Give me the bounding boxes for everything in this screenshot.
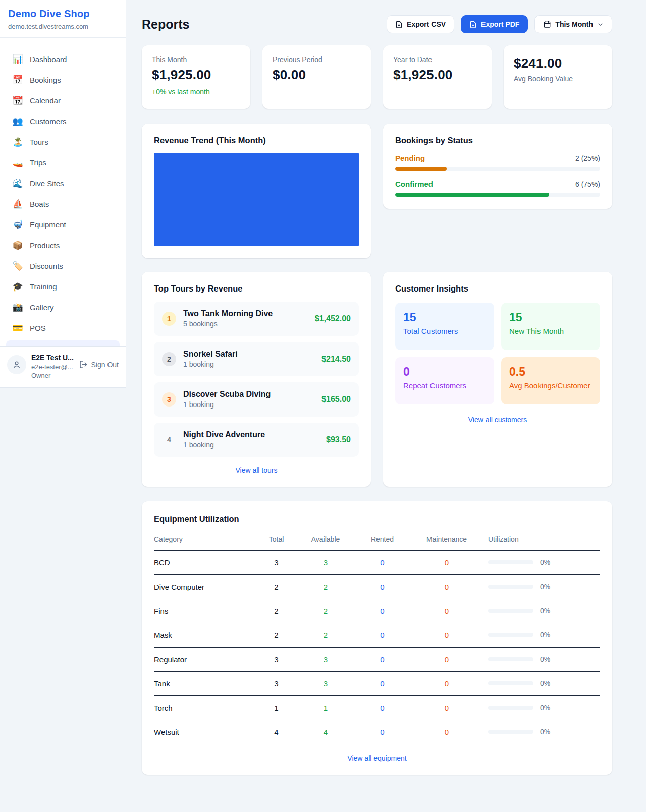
equipment-icon: 🤿 [12,219,23,230]
sidebar-item-products[interactable]: 📦Products [6,235,120,256]
tour-amount: $165.00 [321,395,351,404]
header-actions: Export CSV Export PDF This Month [387,15,612,33]
sidebar-item-pos[interactable]: 💳POS [6,318,120,338]
progress-track [395,193,600,197]
utilization-bar [488,585,533,589]
status-count: 2 (25%) [575,154,600,162]
status-item-pending: Pending 2 (25%) [395,154,600,171]
brand-domain: demo.test.divestreams.com [8,23,118,30]
period-select-button[interactable]: This Month [534,15,612,33]
sidebar-item-dashboard[interactable]: 📊Dashboard [6,49,120,70]
revenue-trend-panel: Revenue Trend (This Month) [142,124,371,258]
top-tours-panel: Top Tours by Revenue 1 Two Tank Morning … [142,272,371,487]
stat-card-avg-booking-value: $241.00 Avg Booking Value [504,45,612,109]
sign-out-button[interactable]: Sign Out [79,360,119,369]
view-all-customers-link[interactable]: View all customers [468,416,527,424]
boats-icon: ⛵ [12,199,23,209]
status-label: Confirmed [395,180,433,188]
sidebar-item-gallery[interactable]: 📸Gallery [6,297,120,318]
main-content: Reports Export CSV Export PDF This Month [126,0,646,805]
calendar-icon: 📆 [12,95,23,106]
pos-icon: 💳 [12,323,23,333]
table-header-row: Category Total Available Rented Maintena… [154,531,600,551]
utilization-bar [488,609,533,613]
file-download-icon [469,21,477,28]
sidebar-item-dive-sites[interactable]: 🌊Dive Sites [6,173,120,194]
utilization-bar [488,681,533,685]
trips-icon: 🚤 [12,157,23,168]
tour-bookings: 1 booking [183,360,238,370]
tour-name: Discover Scuba Diving [183,389,271,400]
tour-row[interactable]: 4 Night Dive Adventure1 booking $93.50 [154,423,359,457]
rank-badge: 2 [162,352,176,366]
bookings-icon: 📅 [12,75,23,85]
customer-insights-panel: Customer Insights 15 Total Customers 15 … [383,272,612,487]
discounts-icon: 🏷️ [12,261,23,271]
logout-icon [79,360,88,369]
view-all-equipment-link[interactable]: View all equipment [347,754,406,762]
status-item-confirmed: Confirmed 6 (75%) [395,180,600,197]
insight-tile-new-this-month: 15 New This Month [501,303,600,350]
status-label: Pending [395,154,425,162]
user-info: E2E Test U... e2e-tester@... Owner [31,353,74,380]
tour-row[interactable]: 1 Two Tank Morning Dive5 bookings $1,452… [154,302,359,336]
equipment-utilization-title: Equipment Utilization [154,514,600,524]
stat-card-this-month: This Month $1,925.00 +0% vs last month [142,45,250,109]
sidebar-item-tours[interactable]: 🏝️Tours [6,132,120,152]
progress-track [395,167,600,171]
tour-name: Snorkel Safari [183,349,238,360]
file-download-icon [395,21,403,28]
table-row: Torch 1 1 0 0 0% [154,695,600,720]
customer-insights-title: Customer Insights [395,284,600,294]
progress-fill [395,167,447,171]
export-csv-button[interactable]: Export CSV [387,15,454,33]
utilization-bar [488,657,533,661]
table-row: Regulator 3 3 0 0 0% [154,647,600,671]
rank-badge: 1 [162,312,176,326]
utilization-bar [488,633,533,637]
sidebar-item-calendar[interactable]: 📆Calendar [6,90,120,111]
brand-name: Demo Dive Shop [8,8,118,20]
sidebar-item-bookings[interactable]: 📅Bookings [6,70,120,90]
table-row: Fins 2 2 0 0 0% [154,599,600,623]
equipment-table: Category Total Available Rented Maintena… [154,531,600,744]
lists-row: Top Tours by Revenue 1 Two Tank Morning … [142,272,612,487]
stat-card-year-to-date: Year to Date $1,925.00 [383,45,492,109]
sidebar-nav: 📊Dashboard 📅Bookings 📆Calendar 👥Customer… [0,38,126,346]
status-count: 6 (75%) [575,180,600,188]
equipment-utilization-panel: Equipment Utilization Category Total Ava… [142,501,612,775]
sidebar-item-customers[interactable]: 👥Customers [6,111,120,132]
insight-tile-avg-bookings: 0.5 Avg Bookings/Customer [501,357,600,404]
brand-block: Demo Dive Shop demo.test.divestreams.com [0,0,126,38]
table-row: Wetsuit 4 4 0 0 0% [154,720,600,744]
utilization-bar [488,560,533,564]
training-icon: 🎓 [12,281,23,292]
progress-fill [395,193,549,197]
sidebar-item-active-partial[interactable] [6,340,120,346]
tour-list: 1 Two Tank Morning Dive5 bookings $1,452… [154,302,359,457]
export-pdf-button[interactable]: Export PDF [461,15,528,33]
view-all-tours-link[interactable]: View all tours [235,466,277,474]
table-row: BCD 3 3 0 0 0% [154,550,600,574]
table-row: Mask 2 2 0 0 0% [154,623,600,647]
tour-bookings: 5 bookings [183,319,273,329]
stat-value: $1,925.00 [393,67,481,83]
top-tours-title: Top Tours by Revenue [154,284,359,294]
sidebar-item-boats[interactable]: ⛵Boats [6,194,120,214]
tour-row[interactable]: 2 Snorkel Safari1 booking $214.50 [154,342,359,376]
dashboard-icon: 📊 [12,54,23,65]
insight-tile-total-customers: 15 Total Customers [395,303,494,350]
tour-row[interactable]: 3 Discover Scuba Diving1 booking $165.00 [154,382,359,417]
sidebar-item-discounts[interactable]: 🏷️Discounts [6,256,120,276]
sidebar-item-training[interactable]: 🎓Training [6,276,120,297]
app-root: Demo Dive Shop demo.test.divestreams.com… [0,0,646,805]
stat-value: $1,925.00 [152,67,240,83]
products-icon: 📦 [12,240,23,251]
stat-trend-note: +0% vs last month [152,88,240,96]
sidebar-item-trips[interactable]: 🚤Trips [6,152,120,173]
stat-value: $241.00 [514,55,602,71]
sidebar-item-equipment[interactable]: 🤿Equipment [6,214,120,235]
revenue-trend-chart [154,153,359,246]
tour-bookings: 1 booking [183,400,271,410]
utilization-bar [488,706,533,710]
